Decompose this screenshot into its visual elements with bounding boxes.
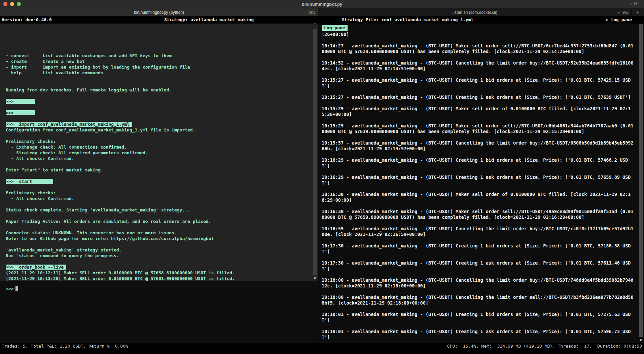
output-line: Running from dev branches. Full remote l…	[6, 87, 318, 93]
text-cursor	[15, 286, 18, 291]
output-line: - import Import an existing bot by loadi…	[6, 64, 318, 70]
output-line	[6, 116, 318, 121]
cpu-status-bar: CPU: 15.4%, Mem: 324.69 MB (419.10 MB), …	[318, 343, 644, 350]
scroll-up-indicator[interactable]: ^	[314, 24, 316, 28]
log-entry: 10:16:29 - avellaneda_market_making - (B…	[322, 174, 635, 186]
output-line: Status check complete. Starting 'avellan…	[6, 207, 318, 213]
output-line	[6, 81, 318, 87]
log-entry: 10:15:27 - avellaneda_market_making - (B…	[322, 94, 635, 100]
output-line: - create Create a new bot	[6, 58, 318, 64]
version-label: Version: dev-0.46.0	[0, 16, 52, 24]
output-line: Enter "start" to start market making.	[6, 167, 318, 173]
log-entry: 10:15:29 - avellaneda_market_making - (B…	[322, 106, 635, 117]
output-line: Connector status: UNKNOWN. This connecto…	[6, 230, 318, 236]
log-entry: 10:16:30 - avellaneda_market_making - (B…	[322, 192, 635, 203]
output-line: Preliminary checks:	[6, 139, 318, 144]
output-line	[6, 93, 318, 99]
output-line	[6, 201, 318, 207]
output-line	[6, 259, 318, 264]
command-line: >>> order_book --live	[6, 264, 318, 270]
log-entry: 10:14:52 - avellaneda_market_making - (B…	[322, 60, 635, 72]
log-entry: 10:15:57 - avellaneda_market_making - (B…	[322, 140, 635, 152]
tab-label: bin/hummingbot.py (python)	[0, 10, 318, 15]
output-line: Configuration from conf_avellaneda_marke…	[6, 127, 318, 133]
output-line: - Exchange check: All connections confir…	[6, 144, 318, 150]
output-line: Refer to our Github page for more info: …	[6, 236, 318, 241]
strategy-label: Strategy: avellaneda_market_making	[164, 16, 254, 24]
command-line: >>>	[6, 110, 318, 116]
output-line	[6, 161, 318, 167]
log-entry: 10:17:30 - avellaneda_market_making - (B…	[322, 243, 635, 254]
split-panes: Version: dev-0.46.0 Strategy: avellaneda…	[0, 16, 644, 354]
log-entry: 10:18:00 - avellaneda_market_making - (B…	[322, 294, 635, 306]
log-output[interactable]: Log-pane :26+00:00] 10:14:27 - avellaned…	[318, 24, 644, 343]
log-pane-badge: Log-pane	[322, 25, 348, 31]
log-entry: 10:14:27 - avellaneda_market_making - (B…	[322, 43, 635, 54]
log-pane: Strategy File: conf_avellaneda_market_ma…	[318, 16, 644, 354]
output-line: - Strategy check: All required parameter…	[6, 150, 318, 156]
strategy-file-label: Strategy File: conf_avellaneda_market_ma…	[318, 16, 473, 24]
command-line: >>>	[6, 99, 318, 104]
window-shortcut: ⌥⌘1	[629, 2, 640, 6]
output-line	[6, 213, 318, 219]
log-entry: 10:18:01 - avellaneda_market_making - (B…	[322, 312, 635, 323]
output-line: (2021-11-29 10:12:11) Maker SELL order 0…	[6, 270, 318, 276]
titlebar: bin/hummingbot.py ⌥⌘1	[0, 0, 644, 8]
terminal-window: bin/hummingbot.py ⌥⌘1 bin/hummingbot.py …	[0, 0, 644, 354]
tab-hummingbot[interactable]: bin/hummingbot.py (python) ⌘1	[0, 8, 318, 16]
log-entry: 10:16:30 - avellaneda_market_making - (B…	[322, 209, 635, 220]
log-overflow-line: :26+00:00]	[322, 32, 644, 37]
hummingbot-cli-pane: Version: dev-0.46.0 Strategy: avellaneda…	[0, 16, 318, 354]
tab-label: ./start.sh (com.docker.cli)	[318, 10, 631, 15]
left-scrollbar[interactable]	[313, 29, 317, 275]
terminal-output[interactable]: ^ v - connect List available exchanges a…	[0, 24, 318, 281]
log-entry: 10:15:29 - avellaneda_market_making - (B…	[322, 123, 635, 134]
output-line: Run `status` command to query the progre…	[6, 253, 318, 259]
log-entry: 10:16:59 - avellaneda_market_making - (B…	[322, 226, 635, 237]
scroll-down-indicator[interactable]: v	[314, 275, 316, 281]
tab-docker-log[interactable]: ./start.sh (com.docker.cli) ✳ ⌘2	[318, 8, 631, 16]
window-title: bin/hummingbot.py	[0, 2, 644, 7]
output-line: 'avellaneda_market_making' strategy star…	[6, 247, 318, 253]
log-entry: 10:17:30 - avellaneda_market_making - (B…	[322, 260, 635, 272]
left-pane-header: Version: dev-0.46.0 Strategy: avellaneda…	[0, 16, 318, 24]
output-line: Paper Trading Active: All orders are sim…	[6, 219, 318, 224]
command-line: >>> import conf_avellaneda_market_making…	[6, 121, 318, 127]
scroll-down-indicator[interactable]: v	[640, 337, 642, 343]
output-line: - help List available commands	[6, 70, 318, 76]
tab-bar: bin/hummingbot.py (python) ⌘1 ./start.sh…	[0, 8, 644, 16]
activity-spinner-icon: ✳	[617, 10, 620, 14]
output-line	[6, 76, 318, 81]
output-line: Preliminary checks:	[6, 190, 318, 196]
output-line	[6, 241, 318, 247]
trades-status-bar: Trades: 5, Total P&L: 1.20 USDT, Return …	[0, 343, 318, 350]
new-tab-button[interactable]: +	[631, 8, 644, 16]
log-entry: 10:16:29 - avellaneda_market_making - (B…	[322, 157, 635, 169]
right-pane-header: Strategy File: conf_avellaneda_market_ma…	[318, 16, 644, 24]
output-line	[6, 173, 318, 179]
output-line	[6, 133, 318, 139]
log-entry: 10:15:27 - avellaneda_market_making - (B…	[322, 77, 635, 89]
input-prompt: >>>	[6, 286, 13, 291]
log-entries: 10:14:27 - avellaneda_market_making - (B…	[322, 43, 644, 340]
tab-shortcut: ⌘1	[309, 10, 315, 15]
output-line	[6, 224, 318, 230]
output-line: (2021-11-29 10:13:20) Maker SELL order 0…	[6, 276, 318, 281]
log-pane-toggle[interactable]: > log pane	[606, 16, 632, 24]
log-entry: 10:18:00 - avellaneda_market_making - (B…	[322, 277, 635, 289]
output-line: - connect List available exchanges and a…	[6, 53, 318, 58]
output-line	[6, 104, 318, 110]
tab-shortcut: ⌘2	[622, 10, 629, 15]
output-line: - All checks: Confirmed.	[6, 196, 318, 201]
output-line: - All checks: Confirmed.	[6, 156, 318, 161]
right-scrollbar[interactable]	[639, 24, 643, 337]
command-input-area[interactable]: >>>	[0, 281, 318, 343]
output-line	[6, 184, 318, 190]
log-entry: 10:18:01 - avellaneda_market_making - (B…	[322, 329, 635, 340]
command-line: >>> start	[6, 179, 318, 184]
